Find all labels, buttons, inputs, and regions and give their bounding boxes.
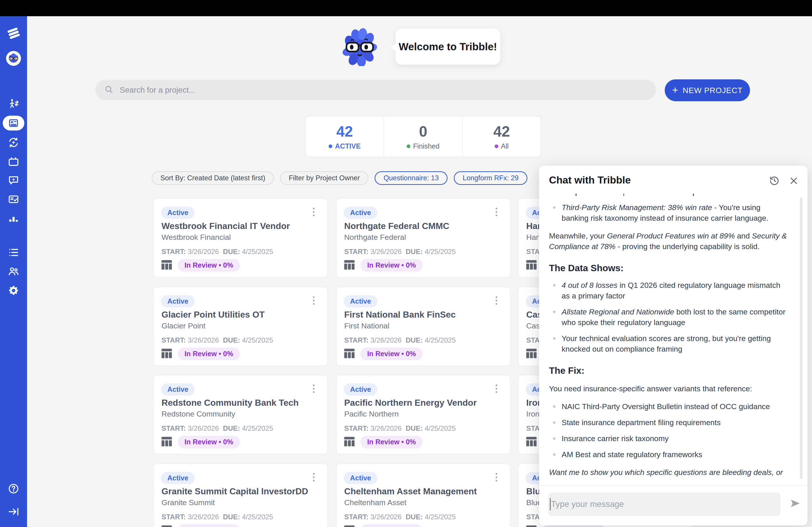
status-badge: Active xyxy=(344,207,377,219)
list-icon xyxy=(8,246,20,258)
kebab-menu-icon[interactable]: ⋮ xyxy=(488,382,505,395)
sidebar-item-projects[interactable] xyxy=(0,116,27,131)
sidebar-item-team[interactable] xyxy=(0,265,27,277)
search-placeholder: Search for a project... xyxy=(120,86,195,94)
project-title: Cheltenham Asset Management xyxy=(344,486,477,496)
stat-finished[interactable]: 0 Finished xyxy=(384,116,462,157)
chat-header: Chat with Tribble xyxy=(539,166,808,192)
chat-message-input[interactable]: Type your message xyxy=(548,493,780,516)
owner-filter-chip[interactable]: Filter by Project Owner xyxy=(280,171,368,185)
sidebar-item-handoff[interactable] xyxy=(0,98,27,110)
sidebar-item-calendar[interactable] xyxy=(0,156,27,168)
new-project-button[interactable]: + NEW PROJECT xyxy=(665,79,750,101)
project-card[interactable]: Active ⋮ Northgate Federal CMMC Northgat… xyxy=(336,198,510,277)
progress-badge: In Review • 0% xyxy=(360,259,423,272)
plus-icon: + xyxy=(672,85,678,95)
grid-icon xyxy=(526,260,537,270)
text-cursor xyxy=(550,498,551,510)
sidebar-item-sync[interactable] xyxy=(0,136,27,149)
calendar-icon xyxy=(8,156,20,168)
project-title: Westbrook Financial IT Vendor xyxy=(161,221,290,231)
project-title: Granite Summit Capital InvestorDD xyxy=(161,486,308,496)
project-dates: START: 3/26/2026DUE: 4/25/2025 xyxy=(161,248,273,256)
kebab-menu-icon[interactable]: ⋮ xyxy=(488,471,505,483)
sidebar-item-mascot[interactable] xyxy=(0,51,27,66)
sidebar-item-settings[interactable] xyxy=(0,284,27,297)
project-card[interactable]: Active ⋮ Granite Summit Capital Investor… xyxy=(154,464,328,527)
project-client: Cheltenham Asset xyxy=(344,498,406,507)
chat-bullet-list: NAIC Third-Party Oversight Bulletin inst… xyxy=(549,401,789,460)
project-dates: START: 3/26/2026DUE: 4/25/2025 xyxy=(344,424,456,433)
sidebar: TK xyxy=(0,16,27,527)
grid-icon xyxy=(526,437,537,447)
grid-icon xyxy=(526,525,537,527)
status-badge: Active xyxy=(161,295,195,307)
close-icon[interactable] xyxy=(789,176,798,186)
project-title: Glacier Point Utilities OT xyxy=(161,310,264,320)
chat-paragraph: Want me to show you which specific quest… xyxy=(549,467,789,478)
sync-sparkle-icon xyxy=(8,136,20,149)
project-card[interactable]: Active ⋮ Glacier Point Utilities OT Glac… xyxy=(154,287,328,366)
help-icon xyxy=(8,483,20,495)
chat-bullet-item: Allstate Regional and Nationwide both lo… xyxy=(549,306,789,328)
chat-bullet-item: Your technical evaluation scores are str… xyxy=(549,333,789,354)
progress-badge: In Review • 0% xyxy=(178,436,240,448)
welcome-bubble: Welcome to Tribble! xyxy=(395,29,500,65)
kebab-menu-icon[interactable]: ⋮ xyxy=(306,382,322,395)
project-card[interactable]: Active ⋮ Pacific Northern Energy Vendor … xyxy=(336,375,510,454)
chat-footer: Type your message xyxy=(539,485,808,525)
grid-icon xyxy=(161,525,172,527)
send-icon[interactable] xyxy=(789,497,801,510)
project-card[interactable]: Active ⋮ Westbrook Financial IT Vendor W… xyxy=(154,198,328,277)
project-title: Redstone Community Bank Tech xyxy=(161,398,299,408)
sidebar-item-collapse[interactable] xyxy=(0,506,27,518)
chat-bullet-item: NAIC Third-Party Oversight Bulletin inst… xyxy=(549,401,789,412)
progress-badge: In Review • 0% xyxy=(360,524,423,527)
grid-icon xyxy=(344,437,354,447)
chat-message-body[interactable]: Third-Party Risk Management: 38% win rat… xyxy=(539,193,802,478)
kebab-menu-icon[interactable]: ⋮ xyxy=(306,294,322,306)
longform-chip[interactable]: Longform RFx: 29 xyxy=(454,171,527,185)
kebab-menu-icon[interactable]: ⋮ xyxy=(488,205,505,218)
sidebar-item-chat[interactable] xyxy=(0,174,27,186)
grid-icon xyxy=(344,349,354,359)
history-icon[interactable] xyxy=(769,176,780,187)
project-search[interactable]: Search for a project... xyxy=(96,80,656,100)
project-title: Pacific Northern Energy Vendor xyxy=(344,398,477,408)
project-card[interactable]: Active ⋮ First National Bank FinSec Firs… xyxy=(336,287,510,366)
sidebar-item-logo[interactable] xyxy=(0,24,27,42)
mascot-avatar-icon xyxy=(6,51,21,66)
chat-bullet-item: 4 out of 8 losses in Q1 2026 cited regul… xyxy=(549,280,789,301)
status-badge: Active xyxy=(161,383,195,395)
top-bar xyxy=(0,0,812,16)
project-client: Westbrook Financial xyxy=(161,233,231,242)
stat-all[interactable]: 42 All xyxy=(462,116,541,157)
search-icon xyxy=(104,85,114,95)
tribble-mascot xyxy=(339,28,380,66)
chat-paragraph: You need insurance-specific answer varia… xyxy=(549,383,789,394)
kebab-menu-icon[interactable]: ⋮ xyxy=(488,294,505,306)
kebab-menu-icon[interactable]: ⋮ xyxy=(306,471,322,483)
chat-scrollbar[interactable] xyxy=(800,197,802,479)
project-dates: START: 3/26/2026DUE: 4/25/2025 xyxy=(161,424,273,433)
grid-icon xyxy=(344,260,354,270)
project-dates: START: 3/26/2026DUE: 4/25/2025 xyxy=(161,513,273,521)
progress-badge: In Review • 0% xyxy=(178,524,240,527)
sort-chip[interactable]: Sort By: Created Date (latest first) xyxy=(152,171,274,185)
chat-bullet-item: Insurance carrier risk taxonomy xyxy=(549,433,789,444)
sidebar-item-help[interactable] xyxy=(0,483,27,495)
project-title: First National Bank FinSec xyxy=(344,310,455,320)
tribble-logo-icon xyxy=(5,24,22,42)
questionnaire-chip[interactable]: Questionnaire: 13 xyxy=(375,171,448,185)
sidebar-item-tasks[interactable] xyxy=(0,193,27,205)
chat-paragraph: Meanwhile, your General Product Features… xyxy=(549,230,789,252)
chat-title: Chat with Tribble xyxy=(549,174,631,186)
project-card[interactable]: Active ⋮ Redstone Community Bank Tech Re… xyxy=(154,375,328,454)
chat-bullet-item: Third-Party Risk Management: 38% win rat… xyxy=(549,202,789,223)
kebab-menu-icon[interactable]: ⋮ xyxy=(306,205,322,218)
sidebar-item-analytics[interactable] xyxy=(0,213,27,225)
project-dates: START: 3/26/2026DUE: 4/25/2025 xyxy=(344,513,456,521)
stat-active[interactable]: 42 ACTIVE xyxy=(306,116,384,157)
sidebar-item-list[interactable] xyxy=(0,246,27,258)
project-card[interactable]: Active ⋮ Cheltenham Asset Management Che… xyxy=(336,464,510,527)
